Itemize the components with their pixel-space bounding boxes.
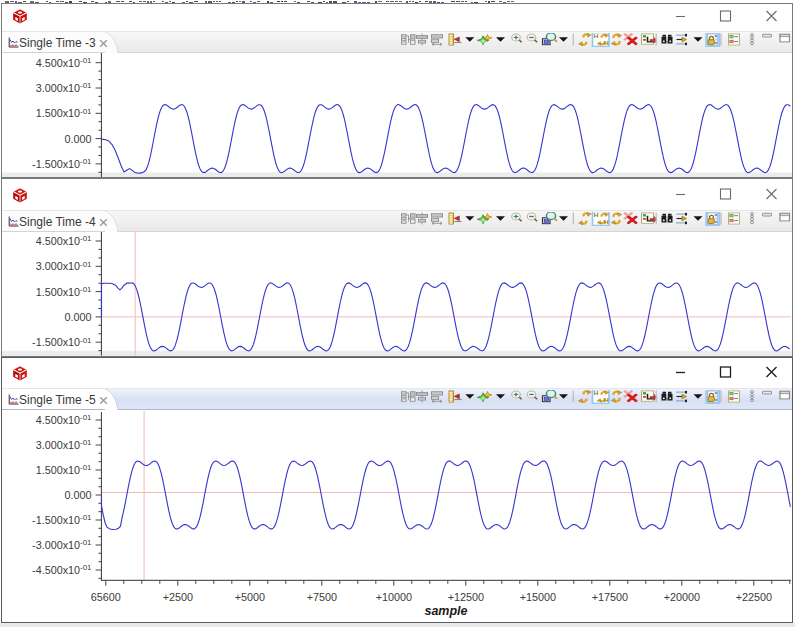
- svg-text:+17500: +17500: [592, 591, 628, 603]
- svg-text:4.500x10-01: 4.500x10-01: [36, 56, 92, 69]
- svg-text:+5000: +5000: [235, 591, 265, 603]
- svg-text:+10000: +10000: [376, 591, 412, 603]
- svg-text:H: H: [594, 213, 599, 218]
- svg-text:4.500x10-01: 4.500x10-01: [36, 413, 92, 426]
- svg-text:3.000x10-01: 3.000x10-01: [36, 260, 92, 273]
- svg-text:0.000: 0.000: [64, 311, 91, 323]
- svg-text:3.000x10-01: 3.000x10-01: [36, 438, 92, 451]
- svg-text:+2500: +2500: [163, 591, 193, 603]
- svg-text:+15000: +15000: [520, 591, 556, 603]
- svg-text:H: H: [604, 220, 609, 225]
- svg-text:+20000: +20000: [664, 591, 700, 603]
- svg-text:0.000: 0.000: [64, 133, 91, 145]
- svg-text:H: H: [594, 34, 599, 39]
- svg-text:-1.500x10-01: -1.500x10-01: [32, 336, 91, 349]
- svg-text:1.500x10-01: 1.500x10-01: [36, 285, 92, 298]
- svg-text:-1.500x10-01: -1.500x10-01: [32, 513, 91, 526]
- svg-text:H: H: [604, 398, 609, 403]
- svg-text:H: H: [604, 41, 609, 46]
- svg-text:H: H: [594, 391, 599, 396]
- svg-text:-3.000x10-01: -3.000x10-01: [32, 538, 91, 551]
- svg-text:1.500x10-01: 1.500x10-01: [36, 107, 92, 120]
- svg-text:3.000x10-01: 3.000x10-01: [36, 81, 92, 94]
- svg-text:+7500: +7500: [307, 591, 337, 603]
- svg-text:sample: sample: [424, 604, 467, 618]
- svg-text:+22500: +22500: [736, 591, 772, 603]
- svg-text:1.500x10-01: 1.500x10-01: [36, 463, 92, 476]
- svg-text:65600: 65600: [91, 591, 121, 603]
- svg-text:-4.500x10-01: -4.500x10-01: [32, 563, 91, 576]
- svg-text:-1.500x10-01: -1.500x10-01: [32, 157, 91, 170]
- svg-text:+12500: +12500: [448, 591, 484, 603]
- svg-text:4.500x10-01: 4.500x10-01: [36, 234, 92, 247]
- svg-text:0.000: 0.000: [64, 489, 91, 501]
